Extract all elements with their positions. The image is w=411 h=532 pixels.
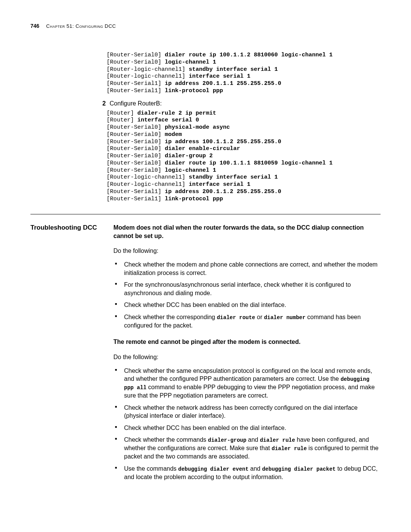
code-line: [Router-Serial0] dialer enable-circular — [107, 145, 240, 152]
code-line: [Router-Serial0] modem — [107, 131, 182, 138]
list-item: Check whether the modem and phone cable … — [113, 260, 381, 277]
do-following-2: Do the following: — [113, 353, 381, 361]
bullet-list-2: Check whether the same encapsulation pro… — [113, 367, 381, 481]
troubleshooting-section: Troubleshooting DCC Modem does not dial … — [30, 224, 381, 488]
code-block-b: [Router] dialer-rule 2 ip permit [Router… — [107, 110, 381, 203]
section-divider — [30, 214, 381, 214]
issue-heading-2: The remote end cannot be pinged after th… — [113, 338, 381, 346]
code-line: [Router-logic-channel1] standby interfac… — [107, 66, 278, 73]
list-item: Check whether the same encapsulation pro… — [113, 367, 381, 400]
list-item: Check whether the network address has be… — [113, 404, 381, 420]
code-line: [Router-logic-channel1] interface serial… — [107, 181, 250, 188]
do-following-1: Do the following: — [113, 247, 381, 255]
code-line: [Router-Serial0] dialer-group 2 — [107, 153, 213, 159]
code-line: [Router-Serial0] dialer route ip 100.1.1… — [107, 52, 333, 58]
section-body: Modem does not dial when the router forw… — [113, 224, 381, 488]
code-block-a: [Router-Serial0] dialer route ip 100.1.1… — [107, 52, 381, 95]
code-line: [Router-Serial0] dialer route ip 100.1.1… — [107, 160, 333, 166]
step-2: 2 Configure RouterB: — [100, 100, 381, 107]
issue-heading-1: Modem does not dial when the router forw… — [113, 224, 381, 240]
code-line: [Router-Serial1] ip address 200.1.1.1 25… — [107, 80, 281, 87]
code-line: [Router-Serial0] ip address 100.1.1.2 25… — [107, 139, 281, 145]
list-item: Use the commands debugging dialer event … — [113, 465, 381, 481]
inline-code: dialer number — [264, 315, 306, 321]
step-text: Configure RouterB: — [110, 100, 162, 107]
chapter-title: Chapter 51: Configuring DCC — [46, 23, 116, 29]
list-item: Check whether DCC has been enabled on th… — [113, 301, 381, 309]
list-item: Check whether the commands dialer-group … — [113, 436, 381, 460]
page: 746 Chapter 51: Configuring DCC [Router-… — [0, 0, 411, 511]
code-line: [Router-logic-channel1] interface serial… — [107, 73, 250, 80]
bullet-list-1: Check whether the modem and phone cable … — [113, 260, 381, 329]
inline-code: dialer-group — [208, 437, 247, 443]
code-line: [Router-Serial0] logic-channel 1 — [107, 59, 216, 66]
page-number: 746 — [30, 23, 39, 29]
code-line: [Router-Serial1] ip address 200.1.1.2 25… — [107, 189, 281, 195]
code-block-a-wrapper: [Router-Serial0] dialer route ip 100.1.1… — [107, 52, 381, 95]
code-line: [Router-Serial0] logic-channel 1 — [107, 167, 216, 174]
code-line: [Router-Serial0] physical-mode async — [107, 124, 230, 131]
code-line: [Router] interface serial 0 — [107, 117, 199, 123]
list-item: For the synchronous/asynchronous serial … — [113, 281, 381, 297]
inline-code: dialer rule — [272, 446, 307, 452]
code-block-b-wrapper: [Router] dialer-rule 2 ip permit [Router… — [107, 110, 381, 203]
code-line: [Router] dialer-rule 2 ip permit — [107, 110, 216, 117]
list-item: Check whether DCC has been enabled on th… — [113, 424, 381, 432]
step-number: 2 — [100, 100, 106, 107]
code-line: [Router-Serial1] link-protocol ppp — [107, 196, 223, 202]
inline-code: dialer rule — [260, 437, 295, 443]
section-label: Troubleshooting DCC — [30, 224, 103, 488]
inline-code: debugging dialer event — [178, 466, 249, 472]
code-line: [Router-Serial1] link-protocol ppp — [107, 88, 223, 94]
inline-code: debugging dialer packet — [262, 466, 336, 472]
inline-code: dialer route — [217, 315, 255, 321]
page-header: 746 Chapter 51: Configuring DCC — [30, 23, 381, 29]
list-item: Check whether the corresponding dialer r… — [113, 313, 381, 329]
code-line: [Router-logic-channel1] standby interfac… — [107, 174, 278, 181]
